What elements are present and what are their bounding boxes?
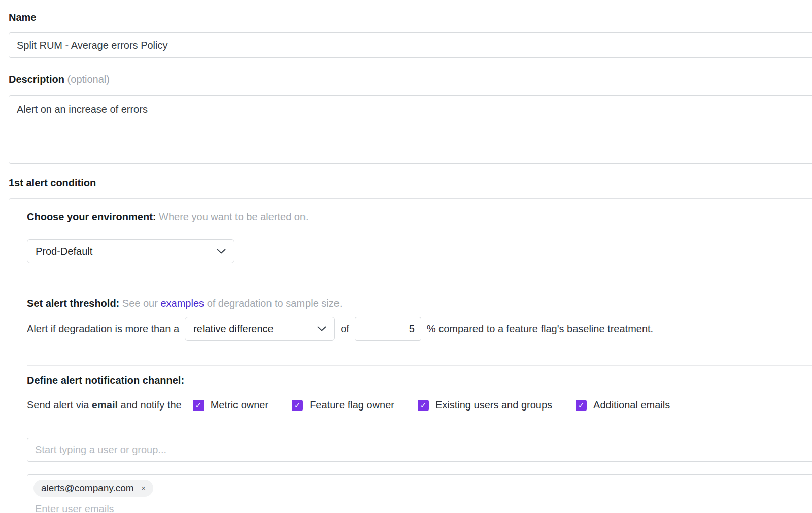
- checkbox-checked-icon: ✓: [418, 400, 429, 411]
- threshold-hint: See our examples of degradation to sampl…: [122, 298, 343, 309]
- email-input-placeholder: Enter user emails: [33, 503, 812, 513]
- description-label: Description (optional): [9, 73, 812, 85]
- notify-sentence-prefix: Send alert via: [27, 399, 89, 411]
- name-input[interactable]: [9, 32, 812, 58]
- environment-select[interactable]: Prod-Default: [27, 239, 234, 263]
- notification-label: Define alert notification channel:: [27, 374, 812, 386]
- checkbox-checked-icon: ✓: [292, 400, 303, 411]
- notification-recipients-row: Send alert via email and notify the ✓ Me…: [27, 399, 812, 411]
- alert-condition-heading: 1st alert condition: [9, 177, 812, 189]
- threshold-hint-suffix: of degradation to sample size.: [207, 298, 343, 309]
- checkbox-label: Metric owner: [211, 399, 268, 411]
- checkbox-checked-icon: ✓: [576, 400, 587, 411]
- user-group-search-input[interactable]: [27, 438, 812, 462]
- threshold-label-row: Set alert threshold: See our examples of…: [27, 297, 812, 310]
- checkbox-checked-icon: ✓: [193, 400, 204, 411]
- email-chip-label: alerts@company.com: [41, 483, 134, 494]
- recipient-checkbox-group: ✓ Metric owner ✓ Feature flag owner ✓ Ex…: [193, 399, 670, 411]
- alert-condition-card: Choose your environment: Where you want …: [9, 198, 812, 513]
- chevron-down-icon: [217, 249, 226, 254]
- description-label-text: Description: [9, 74, 64, 85]
- examples-link[interactable]: examples: [160, 298, 204, 309]
- threshold-sentence-prefix: Alert if degradation is more than a: [27, 323, 179, 335]
- environment-selected-value: Prod-Default: [36, 246, 92, 257]
- environment-hint: Where you want to be alerted on.: [159, 211, 309, 222]
- threshold-value-input[interactable]: [355, 317, 421, 341]
- checkbox-metric-owner[interactable]: ✓ Metric owner: [193, 399, 268, 411]
- divider: [27, 365, 812, 366]
- checkbox-existing-users-groups[interactable]: ✓ Existing users and groups: [418, 399, 552, 411]
- threshold-hint-prefix: See our: [122, 298, 158, 309]
- notify-sentence-bold: email: [92, 399, 118, 411]
- notify-sentence-suffix: and notify the: [121, 399, 182, 411]
- environment-label: Choose your environment:: [27, 211, 156, 222]
- checkbox-label: Additional emails: [593, 399, 670, 411]
- threshold-row: Alert if degradation is more than a rela…: [27, 317, 812, 341]
- checkbox-feature-flag-owner[interactable]: ✓ Feature flag owner: [292, 399, 394, 411]
- description-textarea[interactable]: Alert on an increase of errors: [9, 95, 812, 164]
- chevron-down-icon: [317, 326, 326, 331]
- environment-label-row: Choose your environment: Where you want …: [27, 211, 812, 223]
- checkbox-label: Feature flag owner: [310, 399, 394, 411]
- remove-chip-icon[interactable]: ×: [142, 485, 146, 492]
- divider: [27, 287, 812, 287]
- threshold-connector: of: [341, 323, 349, 335]
- threshold-sentence-suffix: % compared to a feature flag's baseline …: [427, 323, 653, 335]
- threshold-label: Set alert threshold:: [27, 298, 119, 309]
- name-label: Name: [9, 0, 812, 23]
- email-chip: alerts@company.com ×: [33, 480, 153, 497]
- optional-hint: (optional): [67, 74, 110, 85]
- comparison-type-select[interactable]: relative difference: [185, 317, 335, 341]
- checkbox-additional-emails[interactable]: ✓ Additional emails: [576, 399, 670, 411]
- checkbox-label: Existing users and groups: [435, 399, 552, 411]
- notify-sentence: Send alert via email and notify the: [27, 399, 182, 411]
- alert-policy-form: Name Description (optional) Alert on an …: [9, 0, 812, 513]
- comparison-selected-value: relative difference: [193, 323, 274, 335]
- additional-emails-input[interactable]: alerts@company.com × Enter user emails: [27, 474, 812, 513]
